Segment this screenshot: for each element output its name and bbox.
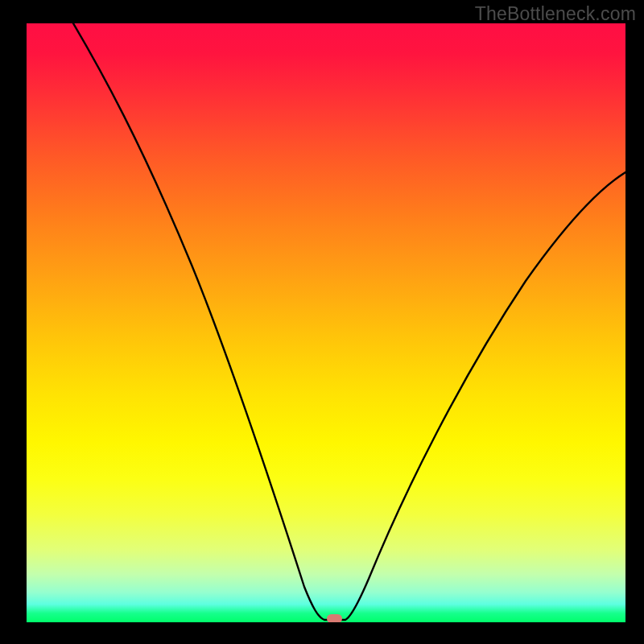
optimum-marker	[327, 614, 342, 622]
bottleneck-curve	[27, 23, 625, 622]
plot-area	[27, 23, 625, 622]
curve-path	[59, 23, 625, 620]
chart-frame: TheBottleneck.com	[0, 0, 644, 644]
watermark-text: TheBottleneck.com	[475, 3, 636, 25]
